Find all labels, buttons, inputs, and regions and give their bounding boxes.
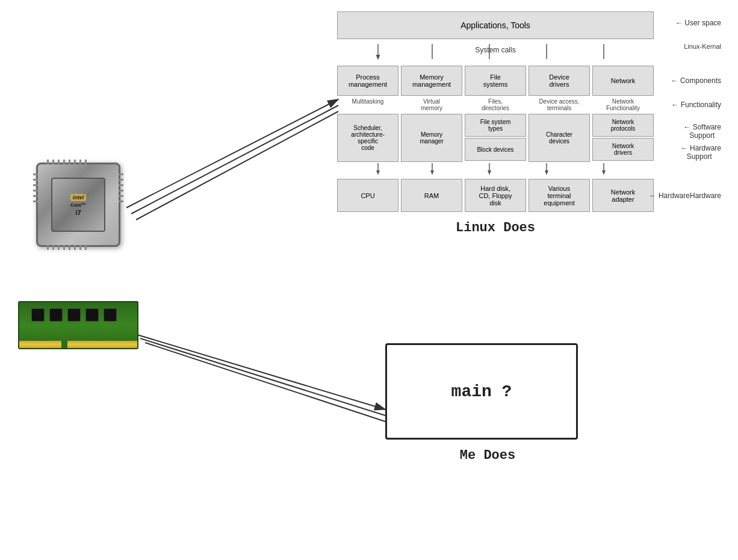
terminal-equipment-box: Variousterminalequipment xyxy=(529,179,590,212)
applications-tools-box: Applications, Tools xyxy=(337,11,654,39)
chip-intel-label: intel xyxy=(70,194,87,201)
linux-kernel-label: Linux-Kernal xyxy=(684,43,721,50)
network-box: Network xyxy=(592,66,654,96)
file-systems-box: Filesystems xyxy=(465,66,526,96)
linux-diagram: Applications, Tools ← User space System … xyxy=(336,9,655,235)
user-space-label: ← User space xyxy=(675,19,721,27)
functionality-label: ← Functionality xyxy=(671,101,721,109)
me-does-title: Me Does xyxy=(385,448,590,463)
main-box-area: main ? Me Does xyxy=(385,343,590,463)
svg-line-7 xyxy=(145,343,385,422)
memory-manager-box: Memorymanager xyxy=(401,114,462,162)
connector-arrows xyxy=(336,163,655,175)
svg-line-5 xyxy=(135,334,385,409)
device-drivers-box: Devicedrivers xyxy=(529,66,590,96)
svg-line-6 xyxy=(140,338,385,415)
files-directories-label: Files,directories xyxy=(464,97,527,113)
block-devices-box: Block devices xyxy=(465,138,526,161)
svg-line-2 xyxy=(126,99,338,208)
cpu-image: intel Core™ i7 xyxy=(36,163,132,259)
network-protocols-box: Networkprotocols xyxy=(592,114,654,137)
cpu-box: CPU xyxy=(337,179,398,212)
subsystem-row: Scheduler,architecture-specificcode Memo… xyxy=(336,113,655,163)
chip-core-label: Core™ xyxy=(70,202,86,208)
device-access-label: Device access,terminals xyxy=(527,97,591,113)
virtual-memory-label: Virtualmemory xyxy=(400,97,464,113)
ram-box: RAM xyxy=(401,179,462,212)
ram-image xyxy=(18,301,150,373)
process-management-box: Processmanagement xyxy=(337,66,398,96)
scheduler-box: Scheduler,architecture-specificcode xyxy=(337,114,398,162)
multitasking-label: Multitasking xyxy=(336,97,400,113)
components-row: Processmanagement Memorymanagement Files… xyxy=(336,64,655,97)
file-system-types-box: File systemtypes xyxy=(465,114,526,137)
svg-text:System calls: System calls xyxy=(475,46,515,54)
hardware-support-label: ← Hardware Support xyxy=(681,144,721,161)
functionality-row: Multitasking Virtualmemory Files,directo… xyxy=(336,97,655,113)
hardware-row: CPU RAM Hard disk,CD, Floppydisk Various… xyxy=(336,178,655,213)
svg-line-4 xyxy=(136,111,338,220)
memory-management-box: Memorymanagement xyxy=(401,66,462,96)
software-support-label: ← Software Support xyxy=(683,123,721,140)
network-adapter-box: Networkadapter xyxy=(592,179,654,212)
hardware-label: ← HardwareHardware xyxy=(650,191,721,200)
applications-tools-label: Applications, Tools xyxy=(460,20,530,30)
network-functionality-label: NetworkFunctionality xyxy=(591,97,655,113)
linux-does-title: Linux Does xyxy=(336,220,655,235)
character-devices-box: Characterdevices xyxy=(529,114,590,162)
harddisk-box: Hard disk,CD, Floppydisk xyxy=(465,179,526,212)
svg-line-3 xyxy=(131,105,338,214)
main-question-box: main ? xyxy=(385,343,578,440)
chip-i7-label: i7 xyxy=(75,209,81,216)
network-drivers-box: Networkdrivers xyxy=(592,138,654,161)
components-label: ← Components xyxy=(671,76,721,85)
main-question-text: main ? xyxy=(451,382,512,401)
system-calls-row: System calls Linux-Kernal xyxy=(336,42,655,64)
